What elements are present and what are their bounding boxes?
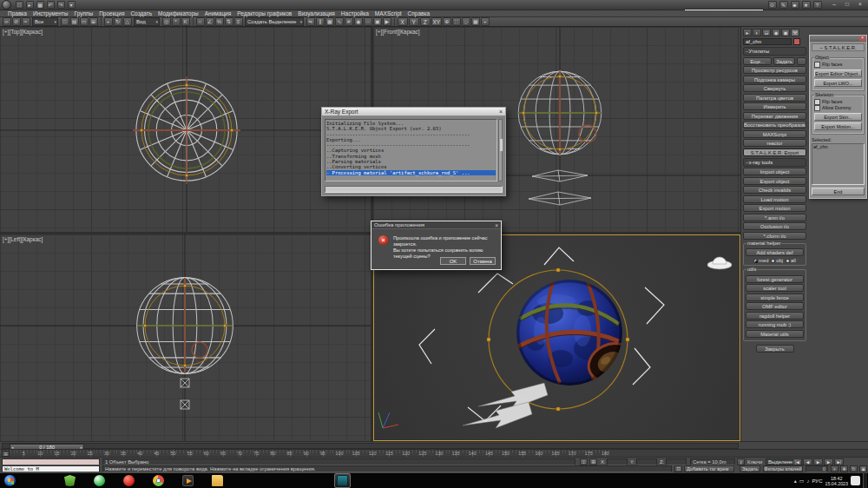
volume-icon[interactable]: ♪ [806, 478, 809, 484]
select-and-rotate-icon[interactable]: ↻ [114, 17, 122, 26]
object-name-field[interactable]: af_chn [743, 38, 792, 45]
time-slider-track[interactable]: ◂ 0 / 180 ▸ [2, 443, 739, 449]
xray-tool-button-5[interactable]: *.anm i/o [743, 214, 806, 221]
select-and-link-icon[interactable]: ∞ [3, 17, 11, 26]
cancel-button[interactable]: Отмена [470, 257, 496, 265]
select-object-icon[interactable]: □ [61, 17, 69, 26]
scrollbar-thumb[interactable] [500, 139, 503, 151]
3dsmax-taskbar-button[interactable] [334, 473, 351, 488]
end-button[interactable]: End [812, 188, 865, 195]
search-icon[interactable]: ⊙ [768, 1, 777, 9]
render-production-icon[interactable]: ▶ [383, 17, 391, 26]
selection-lock-icon[interactable]: ⚿ [580, 458, 588, 465]
minimize-button[interactable]: – [829, 1, 839, 9]
utility-button-7[interactable]: MAXScript [743, 130, 806, 138]
utility-button-1[interactable]: Подгонка камеры [743, 76, 806, 83]
next-frame-button[interactable]: ▶ [824, 458, 833, 465]
xray-tool-button-2[interactable]: Check invalids [743, 186, 806, 194]
utils-button-2[interactable]: simple fence [746, 293, 804, 301]
object-color-swatch[interactable] [793, 38, 800, 45]
motion-tab[interactable]: ◉ [772, 29, 780, 36]
error-dialog-close-button[interactable]: × [495, 222, 498, 228]
select-and-move-icon[interactable]: + [104, 17, 113, 26]
angle-snap-icon[interactable]: ∠ [206, 17, 214, 26]
stalker-export-rollout-header[interactable]: − S.T.A.L.K.E.R. Export [812, 43, 865, 51]
mirror-icon[interactable]: ⇋ [306, 17, 315, 26]
shader-scope-radio-obj[interactable]: obj [771, 258, 783, 263]
shader-scope-radio-all[interactable]: all [786, 258, 796, 263]
xray-tools-rollout-header[interactable]: −x-ray tools [743, 158, 806, 167]
more-utilities-button[interactable]: Еще... [743, 57, 772, 65]
stalker-export-close-button[interactable]: × [859, 36, 865, 41]
explorer-icon[interactable] [212, 475, 223, 486]
menu-item-9[interactable]: Настройка [341, 10, 369, 16]
menu-item-2[interactable]: Группы [75, 10, 94, 16]
macro-recorder-field[interactable] [2, 458, 100, 465]
viewport-top-label[interactable]: [+][Top][Каркас] [3, 29, 43, 35]
rectangular-selection-icon[interactable]: ▭ [80, 17, 89, 26]
green-app-icon[interactable] [94, 475, 105, 486]
key-filters-button[interactable]: Фильтры ключей [763, 465, 803, 472]
menu-item-7[interactable]: Редакторы графиков [237, 10, 292, 16]
skeleton-checkbox-1[interactable]: Allow Dummy [814, 105, 862, 111]
menu-item-0[interactable]: Правка [8, 10, 27, 16]
unlink-selection-icon[interactable]: ⊘ [12, 17, 21, 26]
viewport-top[interactable]: [+][Top][Каркас] [0, 27, 371, 232]
spinner-snap-icon[interactable]: ⇅ [225, 17, 233, 26]
maxscript-mini-listener[interactable]: Welcome to M [2, 465, 100, 472]
close-button[interactable]: × [855, 1, 865, 9]
pan-view-icon[interactable]: ✥ [840, 465, 848, 472]
chrome-icon[interactable] [153, 475, 164, 486]
favorites-icon[interactable]: ★ [802, 1, 811, 9]
utils-button-6[interactable]: Material utils [746, 330, 804, 338]
reference-coordinate-dropdown[interactable]: Вид [134, 17, 160, 26]
opera-icon[interactable] [123, 475, 135, 486]
menu-item-1[interactable]: Инструменты [33, 10, 69, 16]
named-selection-sets-dropdown[interactable]: Создать Выделение [245, 17, 304, 26]
named-sets-icon[interactable]: ≡ [234, 17, 243, 26]
utils-button-3[interactable]: OMF editor [746, 302, 804, 310]
maximize-viewport-icon[interactable]: ▣ [859, 465, 867, 472]
utility-sets-button[interactable]: Задать [773, 57, 795, 65]
skeleton-export-button-1[interactable]: Export Motion... [814, 122, 862, 130]
render-setup-icon[interactable]: ☼ [364, 17, 372, 26]
new-scene-icon[interactable]: □ [16, 1, 23, 9]
show-desktop-button[interactable] [863, 473, 867, 488]
log-line-9[interactable]: - Processing material 'artifact_schkura_… [326, 170, 496, 175]
current-frame-field[interactable]: 0 [806, 465, 828, 472]
y-coordinate-field[interactable] [636, 458, 657, 465]
viewport-left-label[interactable]: [+][Left][Каркас] [3, 236, 43, 242]
bind-to-space-warp-icon[interactable]: ≈ [22, 17, 30, 26]
menu-item-8[interactable]: Визуализация [298, 10, 335, 16]
xray-export-titlebar[interactable]: X-Ray Export × [322, 108, 505, 116]
utils-button-1[interactable]: scaler tool [746, 284, 804, 292]
undo-icon[interactable]: ↶ [47, 1, 55, 9]
z-coordinate-field[interactable] [666, 458, 687, 465]
material-editor-icon[interactable]: ◉ [354, 17, 363, 26]
align-icon[interactable]: ∥ [316, 17, 325, 26]
media-player-icon[interactable] [182, 475, 194, 486]
skeleton-checkbox-0[interactable]: Flip faces [814, 99, 862, 105]
flip-faces-checkbox-0[interactable]: Flip faces [814, 62, 862, 68]
utility-button-8[interactable]: reactor [743, 139, 806, 147]
export-log-list[interactable]: Initializing File System...S.T.A.L.K.E.R… [325, 119, 497, 181]
orbit-view-icon[interactable]: ↻ [850, 465, 858, 472]
menu-item-11[interactable]: Справка [408, 10, 431, 16]
go-to-start-button[interactable]: |◀ [792, 458, 802, 465]
menu-item-3[interactable]: Проекция [99, 10, 124, 16]
notification-icon[interactable] [851, 476, 860, 485]
axis-constraint-button-2[interactable]: Z [420, 17, 431, 26]
add-shaders-def-button[interactable]: Add shaders def [746, 248, 804, 256]
open-mini-curve-editor-button[interactable]: ⊞ [2, 451, 10, 457]
xray-tool-button-1[interactable]: Export object [743, 177, 806, 185]
absolute-mode-icon[interactable]: ⊞ [589, 458, 597, 465]
time-slider[interactable]: ◂ 0 / 180 ▸ [0, 441, 868, 449]
window-crossing-icon[interactable]: ⊞ [89, 17, 98, 26]
help-icon[interactable]: ? [813, 1, 822, 9]
display-tab[interactable]: ▣ [781, 29, 790, 36]
utils-button-4[interactable]: ragdoll helper [746, 312, 804, 320]
xray-tool-button-7[interactable]: *.cform i/o [743, 232, 806, 240]
antivirus-icon[interactable] [64, 475, 76, 486]
set-key-icon[interactable]: ⚷ [737, 458, 745, 465]
ok-button[interactable]: OK [440, 257, 466, 265]
